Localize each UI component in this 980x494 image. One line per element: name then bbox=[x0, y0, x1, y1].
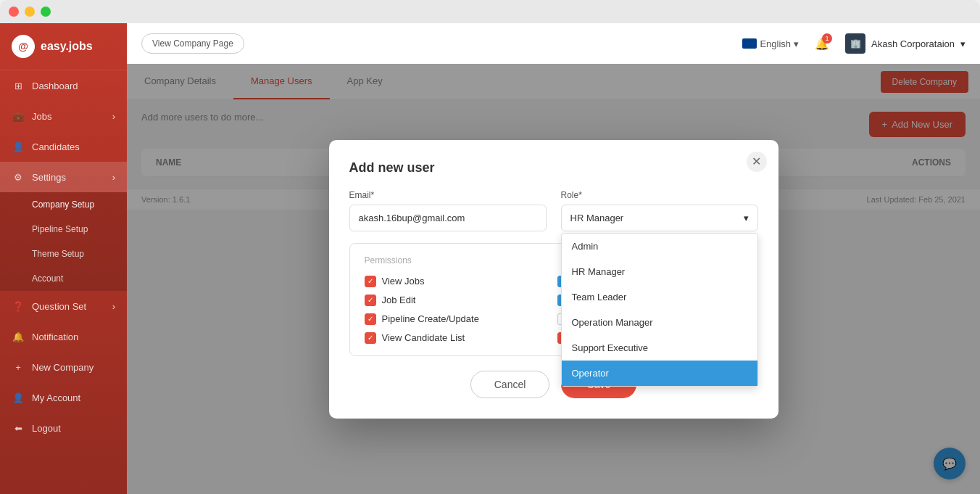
question-icon: ❓ bbox=[12, 300, 25, 313]
perm-view-jobs-checkbox[interactable]: ✓ bbox=[365, 276, 376, 287]
sidebar-item-jobs[interactable]: 💼 Jobs › bbox=[0, 101, 127, 131]
role-label: Role* bbox=[561, 190, 758, 200]
flag-icon bbox=[742, 38, 757, 49]
settings-icon: ⚙ bbox=[12, 170, 25, 184]
dot-yellow[interactable] bbox=[25, 7, 35, 17]
sidebar-nav: ⊞ Dashboard 💼 Jobs › 👤 Candidates bbox=[0, 70, 127, 494]
perm-job-edit-checkbox[interactable]: ✓ bbox=[365, 295, 376, 306]
jobs-icon: 💼 bbox=[12, 110, 25, 123]
perm-view-candidate-list: ✓ View Candidate List bbox=[365, 332, 550, 344]
sidebar-item-settings[interactable]: ⚙ Settings › bbox=[0, 162, 127, 192]
notification-bell[interactable]: 🔔 1 bbox=[810, 32, 834, 55]
sidebar-item-dashboard[interactable]: ⊞ Dashboard bbox=[0, 70, 127, 101]
sidebar-item-my-account[interactable]: 👤 My Account bbox=[0, 382, 127, 413]
window-chrome bbox=[0, 0, 980, 23]
sidebar-label-new-company: New Company bbox=[32, 362, 94, 373]
cancel-button[interactable]: Cancel bbox=[470, 371, 550, 398]
modal-overlay: Add new user ✕ Email* Role* HR Manager bbox=[127, 64, 980, 494]
page-content-area: Company Details Manage Users App Key Del… bbox=[127, 64, 980, 494]
logout-icon: ⬅ bbox=[12, 421, 25, 435]
role-option-admin[interactable]: Admin bbox=[562, 234, 757, 259]
main-content: View Company Page English ▾ 🔔 1 🏢 Akash … bbox=[127, 23, 980, 494]
perm-pipeline-create-checkbox[interactable]: ✓ bbox=[365, 313, 376, 325]
perm-job-edit: ✓ Job Edit bbox=[365, 295, 550, 306]
logo-symbol: @ bbox=[18, 41, 28, 52]
role-option-hr-manager[interactable]: HR Manager bbox=[562, 259, 757, 284]
my-account-icon: 👤 bbox=[12, 391, 25, 404]
sidebar-label-candidates: Candidates bbox=[32, 141, 80, 152]
view-company-button[interactable]: View Company Page bbox=[141, 33, 244, 54]
question-chevron-icon: › bbox=[112, 301, 115, 312]
dot-green[interactable] bbox=[41, 7, 51, 17]
company-setup-label: Company Setup bbox=[32, 199, 94, 210]
role-form-group: Role* HR Manager ▾ Admin bbox=[561, 190, 758, 231]
language-selector[interactable]: English ▾ bbox=[742, 38, 799, 49]
sidebar-subitem-pipeline-setup[interactable]: Pipeline Setup bbox=[0, 217, 127, 242]
perm-job-edit-label: Job Edit bbox=[382, 295, 416, 305]
perm-view-list-checkbox[interactable]: ✓ bbox=[365, 332, 376, 344]
role-option-support-executive[interactable]: Support Executive bbox=[562, 335, 757, 361]
language-chevron-icon: ▾ bbox=[794, 38, 799, 49]
company-name: Akash Corporataion bbox=[871, 38, 955, 49]
company-chevron-icon: ▾ bbox=[960, 38, 966, 49]
settings-submenu: Company Setup Pipeline Setup Theme Setup… bbox=[0, 192, 127, 291]
dashboard-icon: ⊞ bbox=[12, 79, 25, 92]
perm-view-jobs-label: View Jobs bbox=[382, 276, 425, 287]
sidebar: @ easy.jobs ⊞ Dashboard 💼 Jobs › 👤 bbox=[0, 23, 127, 494]
role-chevron-icon: ▾ bbox=[744, 213, 749, 223]
theme-setup-label: Theme Setup bbox=[32, 249, 84, 259]
notification-icon: 🔔 bbox=[12, 330, 25, 343]
add-user-modal: Add new user ✕ Email* Role* HR Manager bbox=[329, 140, 778, 419]
role-option-team-leader[interactable]: Team Leader bbox=[562, 284, 757, 310]
role-option-operator[interactable]: Operator bbox=[562, 361, 757, 386]
sidebar-subitem-account[interactable]: Account bbox=[0, 266, 127, 291]
perm-pipeline-create-label: Pipeline Create/Update bbox=[382, 313, 479, 324]
role-value: HR Manager bbox=[570, 213, 624, 223]
email-form-group: Email* bbox=[349, 190, 547, 231]
sidebar-label-notification: Notification bbox=[32, 332, 78, 342]
logo-text: easy.jobs bbox=[41, 40, 93, 53]
sidebar-subitem-theme-setup[interactable]: Theme Setup bbox=[0, 242, 127, 266]
role-option-operation-manager[interactable]: Operation Manager bbox=[562, 310, 757, 335]
logo-icon: @ bbox=[12, 35, 35, 58]
sidebar-label-my-account: My Account bbox=[32, 392, 80, 403]
company-icon: 🏢 bbox=[845, 33, 865, 54]
sidebar-item-question-set[interactable]: ❓ Question Set › bbox=[0, 291, 127, 321]
role-dropdown-menu: Admin HR Manager Team Leader Operation M… bbox=[561, 233, 758, 387]
topbar: View Company Page English ▾ 🔔 1 🏢 Akash … bbox=[127, 23, 980, 64]
language-label: English bbox=[760, 38, 791, 49]
close-icon: ✕ bbox=[752, 155, 761, 168]
role-select[interactable]: HR Manager ▾ bbox=[561, 205, 758, 231]
pipeline-setup-label: Pipeline Setup bbox=[32, 224, 88, 234]
settings-chevron-icon: › bbox=[112, 172, 115, 183]
sidebar-item-notification[interactable]: 🔔 Notification bbox=[0, 321, 127, 352]
perm-view-jobs: ✓ View Jobs bbox=[365, 276, 550, 287]
sidebar-logo: @ easy.jobs bbox=[0, 23, 127, 70]
sidebar-label-dashboard: Dashboard bbox=[32, 81, 78, 91]
dot-red[interactable] bbox=[9, 7, 19, 17]
notification-badge: 1 bbox=[822, 33, 832, 44]
email-label: Email* bbox=[349, 190, 547, 200]
sidebar-label-logout: Logout bbox=[32, 423, 61, 434]
email-field[interactable] bbox=[349, 205, 547, 231]
sidebar-item-logout[interactable]: ⬅ Logout bbox=[0, 413, 127, 443]
sidebar-label-jobs: Jobs bbox=[32, 111, 51, 122]
sidebar-label-settings: Settings bbox=[32, 172, 66, 183]
sidebar-item-candidates[interactable]: 👤 Candidates bbox=[0, 131, 127, 162]
modal-form-row: Email* Role* HR Manager ▾ bbox=[349, 190, 758, 231]
jobs-chevron-icon: › bbox=[112, 111, 115, 122]
perm-pipeline-create: ✓ Pipeline Create/Update bbox=[365, 313, 550, 325]
sidebar-item-new-company[interactable]: + New Company bbox=[0, 352, 127, 382]
account-label: Account bbox=[32, 273, 63, 284]
sidebar-subitem-company-setup[interactable]: Company Setup bbox=[0, 192, 127, 217]
candidates-icon: 👤 bbox=[12, 140, 25, 153]
modal-close-button[interactable]: ✕ bbox=[747, 152, 767, 172]
company-selector[interactable]: 🏢 Akash Corporataion ▾ bbox=[845, 33, 966, 54]
new-company-icon: + bbox=[12, 361, 25, 374]
sidebar-label-question-set: Question Set bbox=[32, 301, 86, 312]
company-icon-symbol: 🏢 bbox=[850, 38, 861, 49]
perm-view-list-label: View Candidate List bbox=[382, 332, 465, 343]
modal-title: Add new user bbox=[349, 160, 758, 176]
